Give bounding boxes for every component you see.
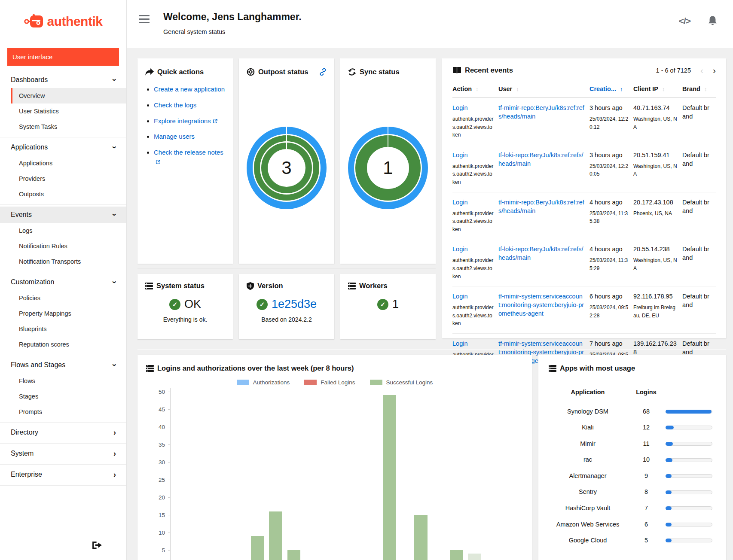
- version-card: Version ✓ 1e25d3e Based on 2024.2.2: [239, 274, 334, 339]
- sidebar-section-system[interactable]: System›: [0, 445, 126, 462]
- sidebar-section-directory[interactable]: Directory›: [0, 424, 126, 441]
- event-action-context: authentik.providers.oauth2.views.token: [452, 115, 494, 139]
- event-row: Loginauthentik.providers.oauth2.views.to…: [452, 239, 716, 286]
- column-header-client_ip[interactable]: Client IP↕: [633, 81, 682, 98]
- event-user-link[interactable]: tf-mimir-system:serviceaccount:monitorin…: [498, 293, 584, 317]
- event-action-link[interactable]: Login: [452, 104, 467, 111]
- authentik-logo[interactable]: authentik: [0, 0, 126, 43]
- sidebar-item-prompts[interactable]: Prompts: [11, 404, 126, 420]
- sidebar-item-providers[interactable]: Providers: [11, 171, 126, 186]
- sidebar: authentik User interface Dashboards›Over…: [0, 0, 127, 560]
- sync-status-donut: 1: [348, 127, 428, 209]
- y-tick-label: 35: [159, 441, 165, 448]
- sidebar-item-notification-rules[interactable]: Notification Rules: [11, 238, 126, 254]
- event-user-cell: tf-loki-repo:BeryJu/k8s:ref:refs/heads/m…: [498, 239, 589, 286]
- sidebar-item-system-tasks[interactable]: System Tasks: [11, 119, 126, 134]
- sort-icon[interactable]: ↕: [476, 86, 479, 92]
- outpost-link-icon[interactable]: [319, 68, 327, 76]
- legend-item-successful-logins: Successful Logins: [370, 379, 433, 386]
- version-value-link[interactable]: 1e25d3e: [272, 298, 317, 311]
- y-tick-label: 25: [159, 477, 165, 483]
- authentik-key-icon: [24, 14, 44, 29]
- quick-action-link-manage-users[interactable]: Manage users: [154, 133, 195, 140]
- app-usage-bar-cell: [666, 535, 716, 546]
- notifications-bell-icon[interactable]: [708, 15, 718, 26]
- user-interface-button[interactable]: User interface: [7, 48, 119, 66]
- sidebar-item-user-statistics[interactable]: User Statistics: [11, 103, 126, 119]
- quick-action-link-check-the-logs[interactable]: Check the logs: [154, 101, 196, 109]
- quick-action-link-explore-integrations[interactable]: Explore integrations: [154, 117, 211, 125]
- event-location: Washington, US, NA: [633, 115, 678, 131]
- column-header-brand[interactable]: Brand↕: [682, 81, 716, 98]
- sort-asc-icon[interactable]: ↑: [620, 86, 623, 92]
- event-user-link[interactable]: tf-loki-repo:BeryJu/k8s:ref:refs/heads/m…: [498, 246, 583, 261]
- sidebar-section-flows-and-stages[interactable]: Flows and Stages›: [0, 357, 126, 373]
- legend-label: Authorizations: [253, 379, 290, 386]
- section-label: Directory: [11, 429, 38, 436]
- section-label: Events: [11, 211, 32, 219]
- event-user-link[interactable]: tf-loki-repo:BeryJu/k8s:ref:refs/heads/m…: [498, 152, 583, 167]
- event-action-link[interactable]: Login: [452, 152, 467, 158]
- api-code-icon[interactable]: </>: [679, 16, 690, 26]
- sort-icon[interactable]: ↕: [704, 86, 707, 92]
- sidebar-item-property-mappings[interactable]: Property Mappings: [11, 306, 126, 321]
- event-action-link[interactable]: Login: [452, 199, 467, 206]
- usage-bar-fill: [666, 490, 672, 494]
- event-action-context: authentik.providers.oauth2.views.token: [452, 304, 494, 328]
- event-brand-cell: Default brand: [682, 145, 716, 192]
- event-row: Loginauthentik.providers.oauth2.views.to…: [452, 286, 716, 334]
- sidebar-item-outposts[interactable]: Outposts: [11, 186, 126, 202]
- external-link-icon: [211, 117, 217, 125]
- event-action-link[interactable]: Login: [452, 293, 467, 300]
- sidebar-item-flows[interactable]: Flows: [11, 373, 126, 389]
- authentik-admin-dashboard: authentik User interface Dashboards›Over…: [0, 0, 733, 560]
- sign-out-icon[interactable]: [92, 541, 102, 549]
- app-name: rac: [549, 452, 627, 468]
- share-arrow-icon: [145, 68, 154, 76]
- quick-action-link-create-a-new-application[interactable]: Create a new application: [154, 85, 225, 93]
- sort-icon[interactable]: ↕: [516, 86, 519, 92]
- apps-column-bar: [666, 389, 716, 399]
- column-header-action[interactable]: Action↕: [452, 81, 498, 98]
- sidebar-item-logs[interactable]: Logs: [11, 223, 126, 238]
- event-action-context: authentik.providers.oauth2.views.token: [452, 210, 494, 234]
- section-label: Applications: [11, 143, 48, 151]
- sidebar-item-notification-transports[interactable]: Notification Transports: [11, 254, 126, 269]
- event-user-link[interactable]: tf-mimir-repo:BeryJu/k8s:ref:refs/heads/…: [498, 104, 584, 120]
- sidebar-section-dashboards[interactable]: Dashboards›: [0, 72, 126, 88]
- app-usage-bar-cell: [666, 454, 716, 466]
- server-icon: [146, 365, 154, 372]
- page-subtitle: General system status: [163, 28, 302, 35]
- outpost-status-title: Outpost status: [258, 68, 308, 76]
- brand-wordmark: authentik: [47, 14, 103, 29]
- sidebar-item-reputation-scores[interactable]: Reputation scores: [11, 337, 126, 352]
- event-action-link[interactable]: Login: [452, 340, 467, 347]
- sidebar-item-blueprints[interactable]: Blueprints: [11, 321, 126, 337]
- pagination-prev-icon[interactable]: ‹: [700, 67, 703, 73]
- y-tick-label: 5: [162, 547, 165, 554]
- sidebar-section-enterprise[interactable]: Enterprise›: [0, 466, 126, 483]
- sidebar-section-applications[interactable]: Applications›: [0, 139, 126, 155]
- quick-action-link-check-the-release-notes[interactable]: Check the release notes: [154, 149, 223, 156]
- column-header-creation[interactable]: Creatio...↑: [589, 81, 633, 98]
- chart-bar-successful-logins: [414, 515, 427, 560]
- sidebar-item-overview[interactable]: Overview: [11, 88, 126, 103]
- sort-icon[interactable]: ↕: [662, 86, 665, 92]
- sidebar-item-policies[interactable]: Policies: [11, 290, 126, 306]
- quick-action-item: Check the logs: [154, 100, 225, 110]
- sidebar-item-stages[interactable]: Stages: [11, 389, 126, 404]
- avatar[interactable]: [20, 537, 37, 553]
- sidebar-section-events[interactable]: Events›: [0, 207, 126, 223]
- usage-bar-fill: [666, 458, 672, 462]
- chart-bar-successful-logins: [269, 511, 282, 560]
- event-client-ip-cell: 40.71.163.74Washington, US, NA: [633, 98, 682, 145]
- event-user-link[interactable]: tf-mimir-repo:BeryJu/k8s:ref:refs/heads/…: [498, 199, 584, 214]
- sidebar-item-applications[interactable]: Applications: [11, 155, 126, 171]
- pagination-next-icon[interactable]: ›: [713, 67, 716, 73]
- event-action-link[interactable]: Login: [452, 246, 467, 253]
- app-logins: 6: [629, 517, 664, 533]
- sidebar-section-customization[interactable]: Customization›: [0, 274, 126, 290]
- shield-icon: [247, 282, 254, 290]
- hamburger-menu-icon[interactable]: [139, 15, 150, 23]
- column-header-user[interactable]: User↕: [498, 81, 589, 98]
